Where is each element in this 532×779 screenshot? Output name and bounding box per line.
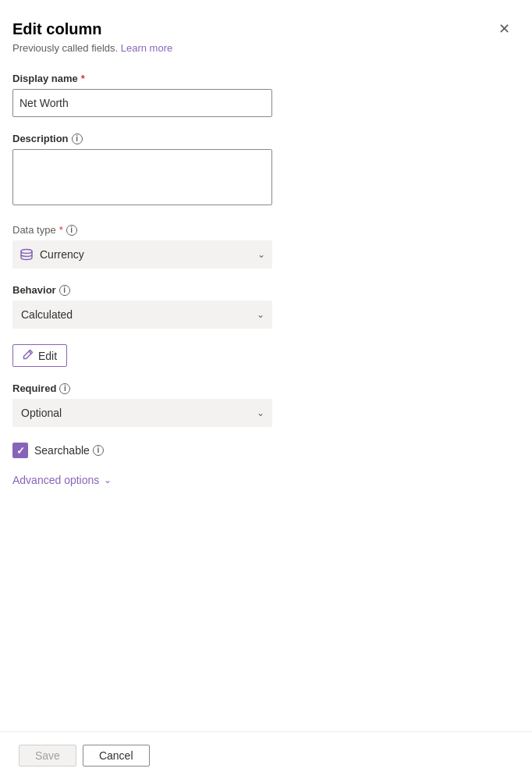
required-select[interactable]: Optional (12, 399, 272, 427)
panel-title: Edit column (12, 19, 101, 39)
edit-pencil-icon (23, 349, 34, 362)
data-type-info-icon[interactable]: i (66, 225, 77, 236)
cancel-button[interactable]: Cancel (83, 745, 150, 767)
data-type-group: Data type * i Currency ⌄ (12, 224, 513, 269)
data-type-value: Currency (40, 248, 257, 261)
required-label: Required i (12, 382, 513, 394)
description-label: Description i (12, 133, 513, 144)
description-input[interactable] (12, 149, 272, 205)
searchable-info-icon[interactable]: i (93, 445, 104, 456)
close-button[interactable]: ✕ (495, 19, 513, 39)
required-select-wrapper: Optional ⌄ (12, 399, 272, 427)
svg-point-0 (21, 250, 32, 254)
edit-button[interactable]: Edit (12, 344, 67, 367)
behavior-info-icon[interactable]: i (59, 285, 70, 296)
description-group: Description i (12, 133, 513, 208)
required-indicator: * (81, 73, 85, 84)
display-name-label: Display name * (12, 73, 513, 84)
searchable-checkbox[interactable]: ✓ (12, 443, 28, 458)
edit-button-label: Edit (38, 350, 57, 362)
behavior-select-wrapper: Calculated ⌄ (12, 301, 272, 329)
behavior-label: Behavior i (12, 284, 513, 296)
behavior-select[interactable]: Calculated (12, 301, 272, 329)
advanced-options-button[interactable]: Advanced options ⌄ (12, 474, 112, 486)
display-name-input[interactable] (12, 89, 272, 117)
data-type-required-indicator: * (59, 224, 63, 236)
searchable-group: ✓ Searchable i (12, 443, 513, 458)
learn-more-link[interactable]: Learn more (121, 42, 172, 54)
data-type-select[interactable]: Currency ⌄ (12, 240, 272, 269)
advanced-options-label: Advanced options (12, 474, 99, 486)
save-button[interactable]: Save (19, 745, 76, 767)
advanced-options-chevron-icon: ⌄ (104, 475, 112, 486)
close-icon: ✕ (498, 22, 510, 36)
required-group: Required i Optional ⌄ (12, 382, 513, 427)
behavior-group: Behavior i Calculated ⌄ (12, 284, 513, 329)
panel-header: Edit column ✕ (12, 19, 513, 39)
checkmark-icon: ✓ (16, 445, 25, 457)
searchable-row: ✓ Searchable i (12, 443, 513, 458)
edit-column-panel: Edit column ✕ Previously called fields. … (0, 0, 532, 779)
description-info-icon[interactable]: i (72, 133, 83, 144)
searchable-label: Searchable i (34, 444, 104, 457)
edit-button-group: Edit (12, 344, 513, 367)
data-type-chevron-icon: ⌄ (257, 249, 265, 260)
advanced-options-group: Advanced options ⌄ (12, 474, 513, 486)
display-name-group: Display name * (12, 73, 513, 117)
currency-icon (20, 247, 34, 261)
required-info-icon[interactable]: i (59, 383, 70, 394)
footer: Save Cancel (0, 731, 532, 779)
subtitle: Previously called fields. Learn more (12, 42, 513, 54)
data-type-label: Data type * i (12, 224, 513, 236)
